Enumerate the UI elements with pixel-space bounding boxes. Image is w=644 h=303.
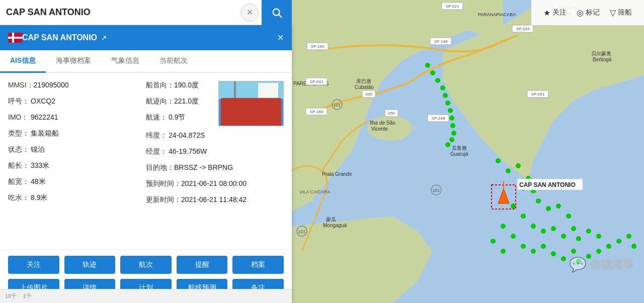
- svg-point-54: [616, 239, 621, 244]
- ship-info-panel: CAP SAN ANTONIO ↗ × AIS信息 海事微档案 气象信息 当前航…: [0, 25, 292, 303]
- panel-title: CAP SAN ANTONIO ↗: [22, 33, 277, 42]
- svg-point-37: [576, 236, 581, 241]
- voyage-button[interactable]: 航次: [120, 256, 172, 274]
- svg-point-6: [425, 63, 430, 68]
- svg-point-53: [606, 244, 611, 249]
- mark-icon: ◎: [577, 8, 584, 18]
- svg-text:SP-234: SP-234: [516, 27, 530, 31]
- svg-text:Guarujá: Guarujá: [450, 151, 468, 157]
- svg-text:SP-041: SP-041: [310, 79, 324, 84]
- svg-marker-4: [292, 216, 433, 303]
- svg-point-18: [496, 158, 501, 163]
- svg-point-38: [586, 229, 591, 234]
- svg-text:PARANAPIACABA: PARANAPIACABA: [478, 12, 516, 17]
- profile-button[interactable]: 档案: [232, 256, 284, 274]
- filter-toolbar-button[interactable]: ▽ 筛船: [610, 8, 632, 18]
- denmark-flag: [8, 33, 22, 43]
- ship-body: [221, 98, 281, 126]
- tab-maritime[interactable]: 海事微档案: [46, 50, 101, 73]
- svg-point-56: [631, 244, 636, 249]
- info-row-mmsi: MMSI： 219095000: [8, 81, 146, 90]
- svg-text:Praia Grande: Praia Grande: [322, 171, 352, 177]
- svg-point-15: [451, 131, 456, 136]
- tab-voyage[interactable]: 当前航次: [149, 50, 198, 73]
- svg-point-40: [501, 224, 506, 229]
- svg-text:Bertiogá: Bertiogá: [593, 57, 612, 62]
- svg-point-42: [521, 244, 526, 249]
- map-area[interactable]: CAP SAN ANTONIO PARELHEIROS 库巴唐 Cubatão …: [292, 0, 644, 303]
- scale-label: 10千 1千: [5, 292, 32, 300]
- svg-point-17: [445, 142, 450, 147]
- svg-point-8: [435, 78, 440, 83]
- svg-text:101: 101: [298, 229, 305, 234]
- top-toolbar: ★ 关注 ◎ 标记 ▽ 筛船: [531, 0, 644, 25]
- svg-text:Vicente: Vicente: [371, 126, 388, 132]
- svg-text:贝尔蒙奥: 贝尔蒙奥: [591, 51, 611, 56]
- svg-text:SP-248: SP-248: [432, 116, 445, 121]
- svg-text:101: 101: [432, 188, 440, 193]
- svg-point-26: [536, 198, 541, 204]
- svg-point-34: [551, 226, 556, 231]
- wechat-watermark: 💬 信德海事: [569, 256, 634, 273]
- svg-point-30: [511, 204, 516, 209]
- svg-text:Mongaguá: Mongaguá: [323, 223, 347, 228]
- ship-superstructure: [258, 83, 278, 98]
- info-row-cog: 航迹向： 221.0度: [146, 97, 213, 106]
- search-clear-button[interactable]: ✕: [240, 4, 259, 22]
- svg-text:Cubatão: Cubatão: [355, 84, 374, 90]
- panel-bottom-bar: 10千 1千: [0, 289, 292, 303]
- info-right-area: 船首向： 190.0度 航迹向： 221.0度 航速： 0.9节: [146, 81, 284, 212]
- search-button[interactable]: [262, 0, 292, 25]
- panel-tabs: AIS信息 海事微档案 气象信息 当前航次: [0, 50, 292, 73]
- info-row-dest: 目的地： BRSSZ -> BRPNG: [146, 163, 284, 172]
- info-row-lat: 纬度： 24-04.872S: [146, 131, 284, 140]
- search-input[interactable]: [0, 7, 240, 18]
- svg-marker-58: [498, 188, 509, 204]
- follow-button[interactable]: 关注: [8, 256, 59, 274]
- mark-label: 标记: [586, 8, 600, 17]
- svg-text:库巴唐: 库巴唐: [356, 78, 371, 84]
- info-row-imo: IMO： 9622241: [8, 113, 146, 122]
- svg-point-20: [516, 163, 521, 168]
- svg-point-44: [541, 244, 546, 249]
- svg-text:SP-148: SP-148: [434, 39, 448, 44]
- svg-point-19: [506, 168, 511, 173]
- follow-label: 关注: [552, 8, 567, 17]
- filter-label: 筛船: [618, 8, 632, 17]
- svg-text:SP-160: SP-160: [310, 110, 324, 114]
- svg-point-31: [521, 214, 526, 219]
- alert-button[interactable]: 提醒: [177, 256, 228, 274]
- info-row-updated: 更新时间： 2021-06-21 11:48:42: [146, 195, 284, 205]
- svg-point-13: [449, 116, 454, 121]
- svg-point-55: [626, 234, 631, 239]
- svg-point-39: [596, 234, 601, 239]
- svg-point-11: [445, 100, 450, 106]
- svg-point-36: [571, 226, 576, 231]
- action-row-1: 关注 轨迹 航次 提醒 档案: [8, 256, 284, 274]
- tab-weather[interactable]: 气象信息: [101, 50, 149, 73]
- svg-point-16: [449, 137, 454, 142]
- svg-point-45: [551, 251, 556, 256]
- svg-point-48: [491, 239, 496, 244]
- track-button[interactable]: 轨迹: [64, 256, 116, 274]
- svg-text:瓜鲁雅: 瓜鲁雅: [452, 145, 467, 151]
- svg-point-32: [531, 224, 536, 229]
- mark-toolbar-button[interactable]: ◎ 标记: [577, 8, 600, 18]
- svg-text:Ilha de São: Ilha de São: [370, 120, 395, 126]
- info-row-lon: 经度： 46-19.756W: [146, 147, 284, 156]
- svg-point-14: [450, 123, 455, 128]
- ext-link-icon[interactable]: ↗: [101, 34, 107, 42]
- info-row-type: 类型： 集装箱船: [8, 129, 146, 138]
- svg-text:蒙瓜: 蒙瓜: [326, 217, 336, 222]
- svg-point-9: [440, 85, 445, 90]
- tab-ais[interactable]: AIS信息: [0, 50, 46, 73]
- info-row-callsign: 呼号： OXCQ2: [8, 97, 146, 106]
- svg-point-28: [556, 204, 561, 209]
- panel-close-button[interactable]: ×: [277, 32, 284, 43]
- svg-text:050: 050: [365, 92, 372, 96]
- svg-point-41: [511, 234, 516, 239]
- svg-point-47: [571, 249, 576, 254]
- follow-toolbar-button[interactable]: ★ 关注: [543, 8, 567, 18]
- svg-text:CAP SAN ANTONIO: CAP SAN ANTONIO: [519, 181, 576, 188]
- svg-text:050: 050: [388, 111, 395, 116]
